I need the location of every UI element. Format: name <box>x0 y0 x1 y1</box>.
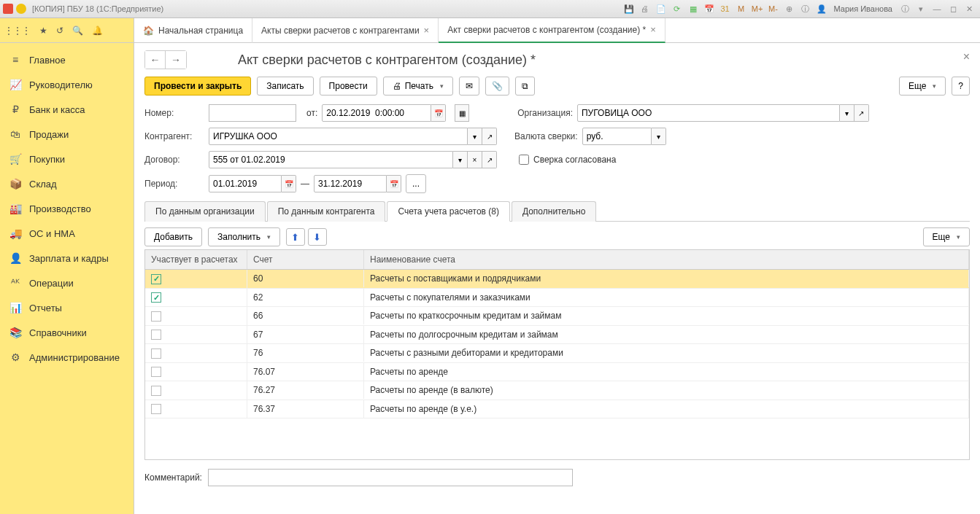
move-up-button[interactable]: ⬆ <box>286 228 305 246</box>
bell-icon[interactable]: 🔔 <box>92 26 103 36</box>
document-tab[interactable]: Акт сверки расчетов с контрагентом (созд… <box>439 18 665 43</box>
m-button[interactable]: M <box>736 3 747 15</box>
search-icon[interactable]: 🔍 <box>72 26 83 36</box>
table-row[interactable]: ✓67Расчеты по долгосрочным кредитам и за… <box>145 326 969 345</box>
apps-icon[interactable]: ⋮⋮⋮ <box>4 26 31 36</box>
document-tab[interactable]: Акты сверки расчетов с контрагентами× <box>252 18 439 43</box>
close-icon[interactable]: ✕ <box>963 3 975 15</box>
dropdown-icon[interactable] <box>16 4 26 14</box>
calc-icon[interactable]: ▦ <box>687 3 699 15</box>
sidebar-item[interactable]: 📚Справочники <box>0 320 134 345</box>
counterparty-open-icon[interactable]: ↗ <box>482 128 497 145</box>
subtab[interactable]: По данным контрагента <box>267 201 386 222</box>
table-row[interactable]: ✓60Расчеты с поставщиками и подрядчиками <box>145 270 969 289</box>
date-extra-button[interactable]: ▦ <box>455 104 469 122</box>
col-name[interactable]: Наименование счета <box>364 250 969 269</box>
subtab[interactable]: По данным организации <box>144 201 266 222</box>
row-checkbox[interactable]: ✓ <box>151 311 161 322</box>
more-button[interactable]: Еще <box>899 77 946 96</box>
sidebar-item[interactable]: 🛒Покупки <box>0 147 134 171</box>
document-tab[interactable]: 🏠Начальная страница <box>134 18 252 43</box>
fill-button[interactable]: Заполнить <box>208 227 280 246</box>
row-checkbox[interactable]: ✓ <box>151 330 161 340</box>
post-button[interactable]: Провести <box>320 77 377 96</box>
contract-dropdown-icon[interactable]: ▾ <box>453 151 468 168</box>
period-to-calendar-icon[interactable]: 📅 <box>387 175 401 192</box>
org-open-icon[interactable]: ↗ <box>854 104 869 122</box>
sidebar-item[interactable]: 📈Руководителю <box>0 72 134 97</box>
sidebar-item[interactable]: 👤Зарплата и кадры <box>0 246 134 270</box>
back-button[interactable]: ← <box>145 51 166 69</box>
doc-icon[interactable]: 📄 <box>655 3 667 15</box>
sidebar-item[interactable]: ᴬᴷОперации <box>0 270 134 295</box>
row-checkbox[interactable]: ✓ <box>151 367 161 377</box>
table-row[interactable]: ✓62Расчеты с покупателями и заказчиками <box>145 289 969 308</box>
tab-close-icon[interactable]: × <box>424 25 430 36</box>
table-row[interactable]: ✓76.27Расчеты по аренде (в валюте) <box>145 381 969 400</box>
period-from-field[interactable] <box>209 175 282 192</box>
sidebar-item[interactable]: 🚚ОС и НМА <box>0 221 134 246</box>
row-checkbox[interactable]: ✓ <box>151 274 161 284</box>
print-button[interactable]: 🖨 Печать <box>383 77 453 96</box>
post-and-close-button[interactable]: Провести и закрыть <box>144 77 251 96</box>
refresh-icon[interactable]: ⟳ <box>671 3 683 15</box>
calendar-icon[interactable]: 📅 <box>431 104 446 122</box>
currency-field[interactable] <box>582 128 652 145</box>
sidebar-item[interactable]: ≡Главное <box>0 47 134 72</box>
table-row[interactable]: ✓66Расчеты по краткосрочным кредитам и з… <box>145 307 969 326</box>
subtab[interactable]: Счета учета расчетов (8) <box>387 201 509 222</box>
move-down-button[interactable]: ⬇ <box>308 228 327 246</box>
m-plus-button[interactable]: M+ <box>752 3 763 15</box>
settings-icon[interactable]: ▾ <box>915 3 927 15</box>
counterparty-dropdown-icon[interactable]: ▾ <box>468 128 482 145</box>
col-participates[interactable]: Участвует в расчетах <box>145 250 247 269</box>
comment-field[interactable] <box>208 469 573 486</box>
write-button[interactable]: Записать <box>257 77 313 96</box>
table-row[interactable]: ✓76Расчеты с разными дебиторами и кредит… <box>145 344 969 363</box>
info-icon[interactable]: ⓘ <box>800 3 811 15</box>
sidebar-item[interactable]: ⚙Администрирование <box>0 345 134 370</box>
add-button[interactable]: Добавить <box>144 227 202 246</box>
contract-open-icon[interactable]: ↗ <box>482 151 497 168</box>
m-minus-button[interactable]: M- <box>768 3 779 15</box>
attach-button[interactable]: 📎 <box>485 77 509 96</box>
sidebar-item[interactable]: 🛍Продажи <box>0 122 134 147</box>
history-icon[interactable]: ↺ <box>56 26 63 36</box>
contract-clear-icon[interactable]: × <box>468 151 482 168</box>
minimize-icon[interactable]: — <box>931 3 943 15</box>
save-icon[interactable]: 💾 <box>623 3 635 15</box>
calendar-icon[interactable]: 📅 <box>703 3 715 15</box>
agreed-checkbox[interactable] <box>519 155 529 165</box>
date-field[interactable] <box>322 104 431 122</box>
sidebar-item[interactable]: 🏭Производство <box>0 196 134 221</box>
period-to-field[interactable] <box>314 175 387 192</box>
structure-button[interactable]: ⧉ <box>515 77 535 96</box>
help-button[interactable]: ? <box>952 77 970 96</box>
star-icon[interactable]: ★ <box>39 26 47 36</box>
table-row[interactable]: ✓76.37Расчеты по аренде (в у.е.) <box>145 400 969 419</box>
row-checkbox[interactable]: ✓ <box>151 348 161 359</box>
forward-button[interactable]: → <box>166 51 186 69</box>
close-document-icon[interactable]: × <box>963 50 970 63</box>
tab-close-icon[interactable]: × <box>650 24 656 35</box>
table-more-button[interactable]: Еще <box>923 227 970 246</box>
zoom-icon[interactable]: ⊕ <box>784 3 795 15</box>
row-checkbox[interactable]: ✓ <box>151 404 161 414</box>
sidebar-item[interactable]: 📦Склад <box>0 171 134 196</box>
period-from-calendar-icon[interactable]: 📅 <box>282 175 296 192</box>
print-icon[interactable]: 🖨 <box>639 3 651 15</box>
sidebar-item[interactable]: 📊Отчеты <box>0 295 134 320</box>
sidebar-item[interactable]: ₽Банк и касса <box>0 97 134 122</box>
help-icon[interactable]: ⓘ <box>899 3 911 15</box>
subtab[interactable]: Дополнительно <box>512 201 596 222</box>
period-choose-button[interactable]: ... <box>406 174 426 193</box>
currency-dropdown-icon[interactable]: ▾ <box>652 128 666 145</box>
email-button[interactable]: ✉ <box>459 77 479 96</box>
date-icon[interactable]: 31 <box>719 3 731 15</box>
maximize-icon[interactable]: ◻ <box>947 3 959 15</box>
row-checkbox[interactable]: ✓ <box>151 292 161 303</box>
org-dropdown-icon[interactable]: ▾ <box>840 104 854 122</box>
number-field[interactable] <box>209 104 296 122</box>
counterparty-field[interactable] <box>209 128 468 145</box>
contract-field[interactable] <box>209 151 453 168</box>
